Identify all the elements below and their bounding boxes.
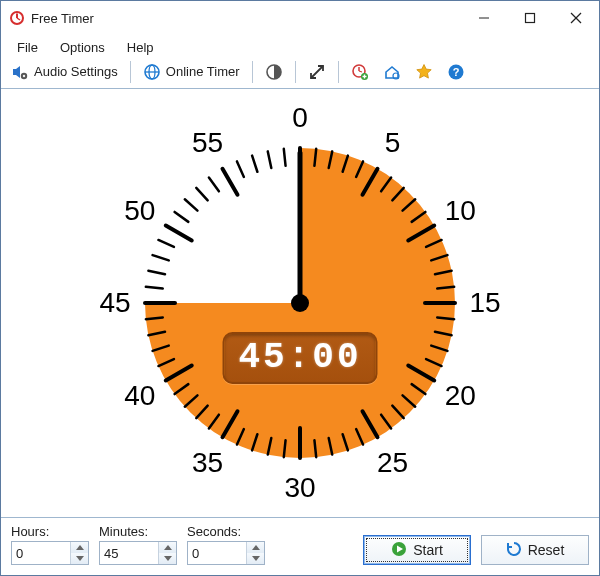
hours-up[interactable]	[71, 542, 88, 553]
dial-number: 45	[99, 287, 130, 319]
app-window: Free Timer File Options Help Audio Setti…	[0, 0, 600, 576]
svg-line-75	[185, 199, 198, 210]
reset-button[interactable]: Reset	[481, 535, 589, 565]
contrast-icon	[265, 63, 283, 81]
hours-value[interactable]: 0	[12, 542, 70, 564]
minutes-value[interactable]: 45	[100, 542, 158, 564]
svg-line-71	[153, 255, 169, 260]
star-icon	[415, 63, 433, 81]
svg-line-69	[146, 287, 163, 289]
svg-line-76	[196, 188, 207, 201]
svg-line-77	[209, 178, 219, 192]
menu-help[interactable]: Help	[117, 38, 164, 57]
app-title: Free Timer	[31, 11, 94, 26]
expand-icon	[308, 63, 326, 81]
audio-settings-button[interactable]: Audio Settings	[7, 61, 122, 83]
dial-number: 55	[192, 127, 223, 159]
online-timer-label: Online Timer	[166, 64, 240, 79]
online-timer-button[interactable]: Online Timer	[139, 61, 244, 83]
svg-rect-4	[526, 14, 535, 23]
contrast-button[interactable]	[261, 61, 287, 83]
hours-spinner[interactable]: 0	[11, 541, 89, 565]
svg-line-80	[252, 156, 257, 172]
seconds-value[interactable]: 0	[188, 542, 246, 564]
favorite-button[interactable]	[411, 61, 437, 83]
menu-options[interactable]: Options	[50, 38, 115, 57]
svg-text:?: ?	[452, 66, 459, 78]
play-icon	[391, 541, 407, 560]
dial-number: 50	[124, 195, 155, 227]
close-button[interactable]	[553, 1, 599, 35]
dial-number: 25	[377, 447, 408, 479]
svg-line-73	[166, 226, 192, 241]
minimize-button[interactable]	[461, 1, 507, 35]
hours-field: Hours: 0	[11, 524, 89, 565]
minutes-field: Minutes: 45	[99, 524, 177, 565]
seconds-down[interactable]	[247, 553, 264, 564]
dial-number: 10	[445, 195, 476, 227]
svg-line-78	[223, 169, 238, 195]
separator	[295, 61, 296, 83]
dial-number: 40	[124, 380, 155, 412]
home-globe-icon	[383, 63, 401, 81]
speaker-gear-icon	[11, 63, 29, 81]
audio-settings-label: Audio Settings	[34, 64, 118, 79]
timer-dial[interactable]: 0510152025303540455055 45:00	[95, 98, 505, 508]
dial-number: 20	[445, 380, 476, 412]
add-timer-button[interactable]	[347, 61, 373, 83]
maximize-button[interactable]	[507, 1, 553, 35]
reset-icon	[506, 541, 522, 560]
hours-label: Hours:	[11, 524, 89, 539]
svg-line-70	[148, 271, 165, 275]
svg-line-24	[314, 149, 316, 166]
svg-line-79	[237, 161, 244, 177]
separator	[338, 61, 339, 83]
dial-face	[95, 98, 505, 508]
svg-line-82	[284, 149, 286, 166]
svg-line-37	[437, 287, 454, 289]
digital-readout: 45:00	[223, 332, 378, 384]
svg-line-67	[146, 317, 163, 319]
minutes-label: Minutes:	[99, 524, 177, 539]
help-icon: ?	[447, 63, 465, 81]
bottom-panel: Hours: 0 Minutes: 45 Seconds:	[1, 517, 599, 575]
svg-point-8	[23, 74, 25, 76]
start-button[interactable]: Start	[363, 535, 471, 565]
svg-line-81	[268, 151, 272, 168]
dial-number: 5	[385, 127, 401, 159]
svg-line-52	[314, 440, 316, 457]
svg-line-54	[284, 440, 286, 457]
seconds-field: Seconds: 0	[187, 524, 265, 565]
svg-line-16	[359, 71, 362, 72]
seconds-spinner[interactable]: 0	[187, 541, 265, 565]
minutes-down[interactable]	[159, 553, 176, 564]
reset-label: Reset	[528, 542, 565, 558]
timer-dial-area: 0510152025303540455055 45:00	[1, 89, 599, 517]
app-icon	[9, 10, 25, 26]
title-bar: Free Timer	[1, 1, 599, 35]
separator	[252, 61, 253, 83]
home-button[interactable]	[379, 61, 405, 83]
help-button[interactable]: ?	[443, 61, 469, 83]
dial-number: 35	[192, 447, 223, 479]
minutes-up[interactable]	[159, 542, 176, 553]
svg-line-39	[437, 317, 454, 319]
svg-line-13	[311, 66, 323, 78]
menu-bar: File Options Help	[1, 35, 599, 59]
seconds-up[interactable]	[247, 542, 264, 553]
separator	[130, 61, 131, 83]
dial-number: 0	[292, 102, 308, 134]
start-label: Start	[413, 542, 443, 558]
seconds-label: Seconds:	[187, 524, 265, 539]
dial-number: 30	[284, 472, 315, 504]
menu-file[interactable]: File	[7, 38, 48, 57]
svg-line-74	[175, 212, 189, 222]
toolbar: Audio Settings Online Timer	[1, 59, 599, 89]
fullscreen-button[interactable]	[304, 61, 330, 83]
minutes-spinner[interactable]: 45	[99, 541, 177, 565]
globe-icon	[143, 63, 161, 81]
svg-line-2	[17, 18, 20, 20]
hours-down[interactable]	[71, 553, 88, 564]
svg-line-72	[158, 240, 174, 247]
dial-number: 15	[469, 287, 500, 319]
